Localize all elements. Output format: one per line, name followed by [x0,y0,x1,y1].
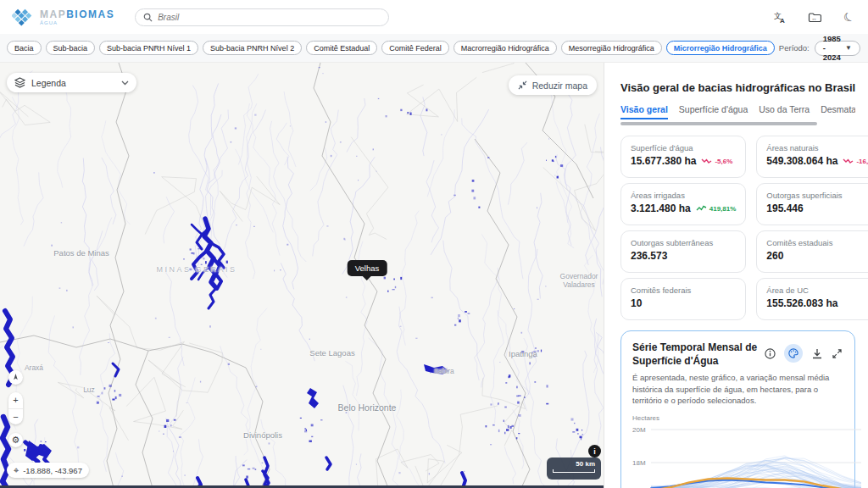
map-scale: 50 km [547,458,601,480]
stat-card: Outorgas subterrâneas236.573 [620,230,746,273]
overview-panel: Visão geral de bacias hidrográficas no B… [604,63,868,488]
dark-mode-icon[interactable]: ☾ [842,10,856,25]
gear-icon: ⚙ [12,435,20,446]
territory-chip-8[interactable]: Microrregião Hidrográfica [666,41,775,55]
map-graphics [0,63,604,488]
territory-search[interactable] [135,8,389,26]
tab-desmatamento[interactable]: Desmatamento [821,104,855,119]
stat-card: Áreas irrigadas3.121.480 ha419,81% [620,183,746,225]
panel-tabs: Visão geralSuperfície d'águaUso da Terra… [620,104,855,120]
chevron-down-icon [121,80,129,86]
stat-card: Comitês estaduais260 [756,230,868,273]
collapse-icon [518,80,527,90]
trend-up-icon [696,205,707,212]
tabs-scrollbar[interactable] [620,122,817,125]
layers-icon [14,77,25,88]
trend-down-icon [701,158,712,164]
panel-title: Visão geral de bacias hidrográficas no B… [620,81,855,94]
collection-icon[interactable]: ↔ [807,10,821,25]
mapbiomas-logo[interactable]: MAPBIOMAS ÁGUA [12,8,114,26]
y-tick-label: 18M [632,459,646,467]
compass-button[interactable] [8,370,23,385]
period-label: Período: [779,43,810,53]
period-select[interactable]: 1985 - 2024 ▼ [815,41,860,56]
stat-label: Comitês estaduais [766,238,868,247]
expand-icon[interactable] [831,347,843,360]
stat-card: Áreas naturais549.308.064 ha-16,47% [756,136,868,178]
search-icon [143,13,153,22]
trend-down-icon [843,158,854,164]
territory-chip-6[interactable]: Macrorregião Hidrográfica [453,41,557,55]
stat-label: Outorgas subterrâneas [631,238,736,247]
territory-category-bar: BaciaSub-baciaSub-bacia PNRH Nível 1Sub-… [0,34,868,63]
territory-chip-7[interactable]: Mesorregião Hidrográfica [561,41,662,55]
zoom-controls: + − [8,392,23,424]
coordinates-value: -18.888, -43.967 [23,466,82,475]
stat-value: 236.573 [631,250,667,262]
y-tick-label: 20M [632,426,646,434]
stat-label: Áreas irrigadas [631,191,736,200]
translate-icon[interactable]: 文 A [772,10,787,25]
stat-value: 549.308.064 ha [766,155,837,167]
territory-chip-1[interactable]: Sub-bacia [46,41,96,55]
chart-y-axis-label: Hectares [632,414,843,422]
zoom-in-button[interactable]: + [8,392,23,409]
territory-chip-0[interactable]: Bacia [7,41,42,55]
basin-tooltip: Velhas [348,260,387,276]
stat-value: 15.677.380 ha [631,155,696,167]
scale-label: 50 km [553,460,595,468]
top-bar: MAPBIOMAS ÁGUA 文 A ↔ ☾ [0,0,868,34]
stat-label: Superfície d'água [631,143,736,152]
collapse-map-button[interactable]: Reduzir mapa [509,75,597,95]
territory-chip-5[interactable]: Comitê Federal [381,41,449,55]
territory-chip-2[interactable]: Sub-bacia PNRH Nível 1 [99,41,198,55]
svg-text:↔: ↔ [811,15,817,21]
mapbiomas-logo-icon [12,8,32,26]
legend-label: Legenda [31,78,66,88]
stat-card: Superfície d'água15.677.380 ha-5,6% [620,136,746,178]
download-icon[interactable] [810,347,823,360]
search-input[interactable] [158,13,381,22]
stat-label: Áreas naturais [766,143,868,152]
legend-button[interactable]: Legenda [7,73,136,92]
chart-title: Série Temporal Mensal de Superfície d'Ág… [632,341,764,368]
svg-text:A: A [780,17,785,24]
stat-value: 195.446 [766,202,803,214]
stat-cards: Superfície d'água15.677.380 ha-5,6%Áreas… [620,136,855,320]
stat-value: 10 [631,297,642,309]
tab-superf-cie-d-gua[interactable]: Superfície d'água [679,104,748,119]
territory-chip-3[interactable]: Sub-bacia PNRH Nível 2 [203,41,302,55]
scale-bar [553,469,595,473]
attribution-info-button[interactable]: i [588,445,601,458]
stat-label: Área de UC [766,286,868,295]
compass-icon [11,373,20,382]
stat-card: Área de UC155.526.083 ha [756,278,868,320]
stat-label: Comitês federais [631,286,736,295]
trend-down-indicator: -5,6% [701,158,732,165]
trend-up-indicator: 419,81% [696,205,737,213]
map-canvas[interactable]: Patos de MinasMINAS GERAISGovernador Val… [0,63,604,488]
stat-label: Outorgas superficiais [766,191,868,200]
stat-card: Outorgas superficiais195.446 [756,183,868,225]
chevron-down-icon: ▼ [845,44,852,52]
tab-vis-o-geral[interactable]: Visão geral [620,104,668,119]
stat-value: 155.526.083 ha [766,297,837,309]
coordinates-display[interactable]: ⌖ -18.888, -43.967 [7,463,89,478]
tab-uso-da-terra[interactable]: Uso da Terra [759,104,810,119]
stat-value: 260 [766,250,783,262]
collapse-map-label: Reduzir mapa [532,80,587,91]
zoom-out-button[interactable]: − [8,409,23,425]
trend-down-indicator: -16,47% [843,158,868,165]
territory-chip-4[interactable]: Comitê Estadual [306,41,377,55]
crosshair-icon: ⌖ [14,465,19,476]
logo-subtitle: ÁGUA [40,20,114,25]
logo-biomas: BIOMAS [66,8,114,20]
chart-description: É apresentada, neste gráfico, a variação… [632,372,843,406]
stat-value: 3.121.480 ha [631,202,691,214]
filter-chips: BaciaSub-baciaSub-bacia PNRH Nível 1Sub-… [7,41,775,55]
info-icon[interactable] [764,347,776,360]
water-surface-chart-card: Série Temporal Mensal de Superfície d'Ág… [620,330,855,488]
water-chart[interactable]: 20M18M [632,423,863,488]
map-settings-button[interactable]: ⚙ [8,433,23,447]
style-palette-icon[interactable] [784,344,803,363]
